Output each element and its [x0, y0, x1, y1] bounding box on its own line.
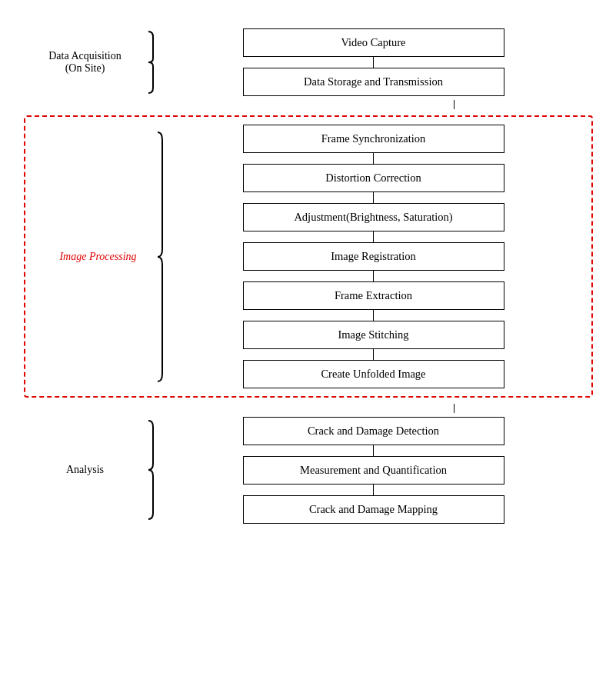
analysis-label: Analysis [24, 416, 132, 524]
c6 [373, 310, 375, 321]
connector-between-1 [454, 100, 455, 109]
acquisition-label: Data Acquisition (On Site) [24, 28, 132, 97]
connector-between-2 [454, 404, 455, 413]
box-crack-map: Crack and Damage Mapping [243, 495, 504, 524]
box-unfolded: Create Unfolded Image [243, 360, 504, 388]
box-distortion: Distortion Correction [243, 164, 504, 192]
analysis-label-text: Analysis [66, 464, 104, 475]
connector-1 [373, 57, 375, 68]
box-frame-sync: Frame Synchronization [243, 125, 504, 153]
box-crack-detect: Crack and Damage Detection [243, 417, 504, 445]
c2 [373, 153, 375, 164]
box-data-storage: Data Storage and Transmission [243, 68, 504, 96]
acquisition-brace [132, 28, 155, 97]
c9 [373, 485, 375, 495]
c3 [373, 192, 375, 203]
ip-label: Image Processing [33, 251, 141, 263]
analysis-boxes: Crack and Damage Detection Measurement a… [155, 416, 593, 524]
c7 [373, 349, 375, 360]
diagram: Data Acquisition (On Site) Video Capture… [16, 12, 601, 674]
acquisition-label-line2: (On Site) [65, 62, 105, 74]
acquisition-boxes: Video Capture Data Storage and Transmiss… [155, 28, 593, 97]
acquisition-label-line1: Data Acquisition [48, 50, 122, 62]
box-video-capture: Video Capture [243, 28, 504, 57]
acquisition-section: Data Acquisition (On Site) Video Capture… [24, 28, 593, 97]
ip-label-text: Image Processing [59, 251, 136, 262]
between-connector-1 [24, 100, 593, 109]
c5 [373, 271, 375, 281]
box-image-reg: Image Registration [243, 242, 504, 271]
analysis-brace [132, 416, 155, 524]
ip-brace [141, 126, 164, 388]
image-processing-section: Image Processing Frame Synchronization D… [24, 115, 593, 398]
c8 [373, 445, 375, 456]
ip-boxes: Frame Synchronization Distortion Correct… [164, 125, 584, 388]
box-image-stitch: Image Stitching [243, 321, 504, 349]
box-frame-extract: Frame Extraction [243, 281, 504, 310]
analysis-section: Analysis Crack and Damage Detection Meas… [24, 416, 593, 524]
box-measurement: Measurement and Quantification [243, 456, 504, 485]
c4 [373, 231, 375, 242]
box-adjustment: Adjustment(Brightness, Saturation) [243, 203, 504, 231]
between-connector-2 [24, 404, 593, 413]
